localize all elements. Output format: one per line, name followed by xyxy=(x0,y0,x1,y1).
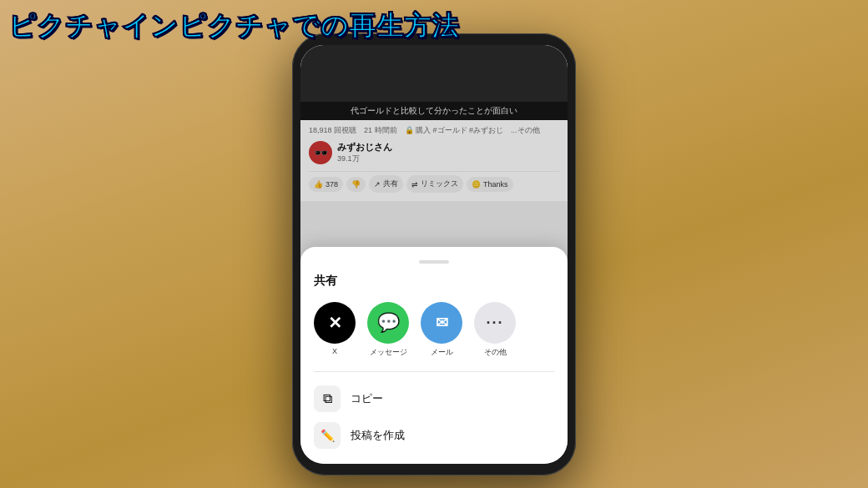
copy-icon: ⧉ xyxy=(323,391,332,406)
share-app-x[interactable]: ✕ X xyxy=(314,302,356,355)
copy-icon-box: ⧉ xyxy=(314,385,341,412)
post-label: 投稿を作成 xyxy=(351,428,405,443)
share-app-messages[interactable]: 💬 メッセージ xyxy=(367,302,409,358)
share-app-mail[interactable]: ✉ メール xyxy=(421,302,462,358)
phone-frame: 代ゴールドと比較して分かったことが面白い 18,918 回視聴 21 時間前 🔒… xyxy=(292,33,576,475)
more-circle: ··· xyxy=(474,302,516,344)
phone-container: 代ゴールドと比較して分かったことが面白い 18,918 回視聴 21 時間前 🔒… xyxy=(292,33,576,475)
share-copy-item[interactable]: ⧉ コピー xyxy=(314,380,554,417)
title-overlay: ピクチャインピクチャでの再生方法 xyxy=(8,8,459,45)
copy-label: コピー xyxy=(351,391,383,406)
phone-screen: 代ゴールドと比較して分かったことが面白い 18,918 回視聴 21 時間前 🔒… xyxy=(300,45,568,464)
mail-circle: ✉ xyxy=(421,302,462,344)
messages-icon: 💬 xyxy=(377,312,400,334)
post-icon: ✏️ xyxy=(320,429,335,442)
share-app-more[interactable]: ··· その他 xyxy=(474,302,516,358)
messages-label: メッセージ xyxy=(370,347,407,358)
share-title: 共有 xyxy=(314,274,554,289)
share-divider xyxy=(314,371,554,372)
share-apps-row: ✕ X 💬 メッセージ ✉ メール xyxy=(314,302,554,358)
share-sheet: 共有 ✕ X 💬 メッセージ xyxy=(300,247,568,464)
page-title: ピクチャインピクチャでの再生方法 xyxy=(8,8,459,45)
x-circle: ✕ xyxy=(314,302,356,344)
post-icon-box: ✏️ xyxy=(314,422,341,449)
mail-icon: ✉ xyxy=(436,314,448,332)
sheet-handle xyxy=(419,260,449,264)
x-label: X xyxy=(332,347,337,355)
more-label: その他 xyxy=(484,347,507,358)
share-post-item[interactable]: ✏️ 投稿を作成 xyxy=(314,417,554,454)
more-icon: ··· xyxy=(486,314,503,332)
mail-label: メール xyxy=(431,347,453,358)
x-icon: ✕ xyxy=(328,313,342,333)
messages-circle: 💬 xyxy=(367,302,409,344)
